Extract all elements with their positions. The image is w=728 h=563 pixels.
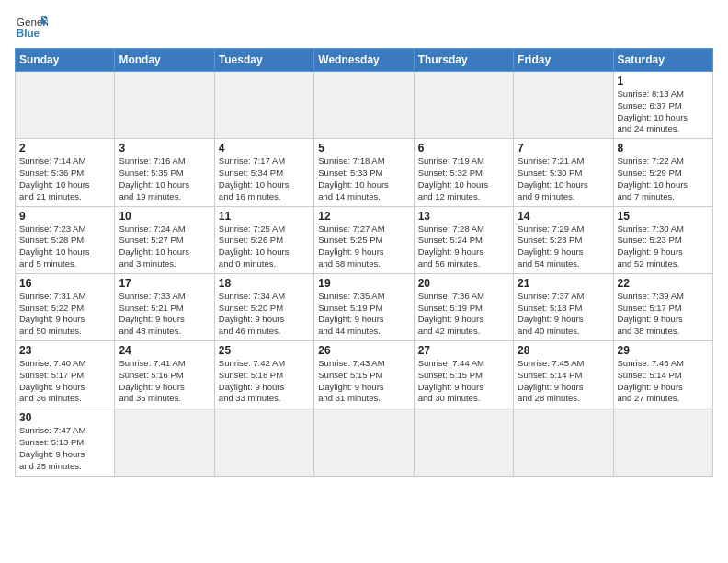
calendar-cell: 25Sunrise: 7:42 AM Sunset: 5:16 PM Dayli… [214, 341, 313, 408]
calendar-cell: 15Sunrise: 7:30 AM Sunset: 5:23 PM Dayli… [613, 206, 712, 273]
day-sun-info: Sunrise: 7:33 AM Sunset: 5:21 PM Dayligh… [119, 291, 210, 338]
day-sun-info: Sunrise: 7:24 AM Sunset: 5:27 PM Dayligh… [119, 224, 210, 270]
day-number: 13 [418, 210, 509, 223]
day-sun-info: Sunrise: 7:14 AM Sunset: 5:36 PM Dayligh… [19, 155, 110, 202]
day-sun-info: Sunrise: 7:25 AM Sunset: 5:26 PM Dayligh… [219, 224, 310, 270]
day-sun-info: Sunrise: 7:42 AM Sunset: 5:16 PM Dayligh… [219, 358, 310, 405]
day-number: 5 [318, 142, 409, 155]
day-number: 4 [219, 142, 310, 155]
day-sun-info: Sunrise: 7:17 AM Sunset: 5:34 PM Dayligh… [219, 155, 310, 202]
day-number: 11 [219, 210, 310, 223]
calendar-cell: 4Sunrise: 7:17 AM Sunset: 5:34 PM Daylig… [214, 139, 313, 206]
day-number: 17 [119, 277, 210, 290]
day-sun-info: Sunrise: 7:36 AM Sunset: 5:19 PM Dayligh… [418, 291, 509, 338]
calendar-cell [414, 408, 513, 476]
calendar-cell: 19Sunrise: 7:35 AM Sunset: 5:19 PM Dayli… [314, 273, 414, 340]
day-sun-info: Sunrise: 7:41 AM Sunset: 5:16 PM Dayligh… [119, 358, 210, 405]
day-number: 23 [19, 344, 110, 357]
logo: General Blue [15, 9, 48, 42]
calendar-cell [115, 408, 214, 476]
day-sun-info: Sunrise: 7:23 AM Sunset: 5:28 PM Dayligh… [19, 224, 110, 270]
day-number: 9 [19, 210, 110, 223]
calendar-cell [314, 72, 414, 139]
calendar-body: 1Sunrise: 8:13 AM Sunset: 6:37 PM Daylig… [16, 72, 713, 477]
day-sun-info: Sunrise: 7:45 AM Sunset: 5:14 PM Dayligh… [518, 358, 609, 405]
day-sun-info: Sunrise: 7:16 AM Sunset: 5:35 PM Dayligh… [119, 155, 210, 202]
weekday-header-saturday: Saturday [613, 49, 712, 72]
day-sun-info: Sunrise: 7:19 AM Sunset: 5:32 PM Dayligh… [418, 155, 509, 202]
calendar-week-row: 1Sunrise: 8:13 AM Sunset: 6:37 PM Daylig… [16, 72, 713, 139]
calendar-week-row: 23Sunrise: 7:40 AM Sunset: 5:17 PM Dayli… [16, 341, 713, 408]
calendar-header-row: SundayMondayTuesdayWednesdayThursdayFrid… [16, 49, 713, 72]
day-number: 27 [418, 344, 509, 357]
calendar-cell: 14Sunrise: 7:29 AM Sunset: 5:23 PM Dayli… [514, 206, 613, 273]
generalblue-logo-icon: General Blue [15, 9, 48, 42]
day-sun-info: Sunrise: 7:35 AM Sunset: 5:19 PM Dayligh… [318, 291, 409, 338]
calendar-cell: 7Sunrise: 7:21 AM Sunset: 5:30 PM Daylig… [514, 139, 613, 206]
day-number: 20 [418, 277, 509, 290]
calendar-cell: 9Sunrise: 7:23 AM Sunset: 5:28 PM Daylig… [16, 206, 115, 273]
day-sun-info: Sunrise: 7:21 AM Sunset: 5:30 PM Dayligh… [518, 155, 609, 202]
day-number: 18 [219, 277, 310, 290]
calendar-cell: 16Sunrise: 7:31 AM Sunset: 5:22 PM Dayli… [16, 273, 115, 340]
calendar-week-row: 30Sunrise: 7:47 AM Sunset: 5:13 PM Dayli… [16, 408, 713, 476]
day-number: 29 [618, 344, 709, 357]
weekday-row: SundayMondayTuesdayWednesdayThursdayFrid… [16, 49, 713, 72]
day-sun-info: Sunrise: 7:28 AM Sunset: 5:24 PM Dayligh… [418, 224, 509, 270]
calendar-cell: 10Sunrise: 7:24 AM Sunset: 5:27 PM Dayli… [115, 206, 214, 273]
day-sun-info: Sunrise: 7:30 AM Sunset: 5:23 PM Dayligh… [618, 224, 709, 270]
day-sun-info: Sunrise: 8:13 AM Sunset: 6:37 PM Dayligh… [618, 88, 709, 135]
weekday-header-tuesday: Tuesday [214, 49, 313, 72]
weekday-header-monday: Monday [115, 49, 214, 72]
day-sun-info: Sunrise: 7:18 AM Sunset: 5:33 PM Dayligh… [318, 155, 409, 202]
day-number: 6 [418, 142, 509, 155]
day-number: 10 [119, 210, 210, 223]
calendar-cell [514, 408, 613, 476]
day-number: 1 [618, 75, 709, 87]
day-number: 30 [19, 411, 110, 424]
weekday-header-wednesday: Wednesday [314, 49, 414, 72]
day-number: 21 [518, 277, 609, 290]
day-sun-info: Sunrise: 7:37 AM Sunset: 5:18 PM Dayligh… [518, 291, 609, 338]
calendar-cell: 5Sunrise: 7:18 AM Sunset: 5:33 PM Daylig… [314, 139, 414, 206]
day-number: 7 [518, 142, 609, 155]
day-sun-info: Sunrise: 7:27 AM Sunset: 5:25 PM Dayligh… [318, 224, 409, 270]
calendar-cell: 8Sunrise: 7:22 AM Sunset: 5:29 PM Daylig… [613, 139, 712, 206]
calendar-cell: 17Sunrise: 7:33 AM Sunset: 5:21 PM Dayli… [115, 273, 214, 340]
calendar-cell [514, 72, 613, 139]
day-sun-info: Sunrise: 7:40 AM Sunset: 5:17 PM Dayligh… [19, 358, 110, 405]
day-number: 3 [119, 142, 210, 155]
calendar-cell: 23Sunrise: 7:40 AM Sunset: 5:17 PM Dayli… [16, 341, 115, 408]
day-number: 2 [19, 142, 110, 155]
calendar-cell: 13Sunrise: 7:28 AM Sunset: 5:24 PM Dayli… [414, 206, 513, 273]
calendar-week-row: 16Sunrise: 7:31 AM Sunset: 5:22 PM Dayli… [16, 273, 713, 340]
day-number: 25 [219, 344, 310, 357]
day-number: 16 [19, 277, 110, 290]
day-number: 15 [618, 210, 709, 223]
day-number: 8 [618, 142, 709, 155]
calendar-cell [214, 72, 313, 139]
calendar-page: General Blue SundayMondayTuesdayWednesda… [0, 0, 728, 486]
calendar-cell: 18Sunrise: 7:34 AM Sunset: 5:20 PM Dayli… [214, 273, 313, 340]
day-sun-info: Sunrise: 7:31 AM Sunset: 5:22 PM Dayligh… [19, 291, 110, 338]
day-sun-info: Sunrise: 7:44 AM Sunset: 5:15 PM Dayligh… [418, 358, 509, 405]
calendar-week-row: 2Sunrise: 7:14 AM Sunset: 5:36 PM Daylig… [16, 139, 713, 206]
day-sun-info: Sunrise: 7:46 AM Sunset: 5:14 PM Dayligh… [618, 358, 709, 405]
calendar-cell: 3Sunrise: 7:16 AM Sunset: 5:35 PM Daylig… [115, 139, 214, 206]
day-number: 14 [518, 210, 609, 223]
calendar-cell: 21Sunrise: 7:37 AM Sunset: 5:18 PM Dayli… [514, 273, 613, 340]
day-number: 12 [318, 210, 409, 223]
calendar-cell: 2Sunrise: 7:14 AM Sunset: 5:36 PM Daylig… [16, 139, 115, 206]
svg-text:Blue: Blue [17, 27, 40, 39]
calendar-week-row: 9Sunrise: 7:23 AM Sunset: 5:28 PM Daylig… [16, 206, 713, 273]
calendar-cell: 29Sunrise: 7:46 AM Sunset: 5:14 PM Dayli… [613, 341, 712, 408]
calendar-table: SundayMondayTuesdayWednesdayThursdayFrid… [15, 48, 713, 477]
day-sun-info: Sunrise: 7:39 AM Sunset: 5:17 PM Dayligh… [618, 291, 709, 338]
calendar-cell [16, 72, 115, 139]
calendar-cell: 28Sunrise: 7:45 AM Sunset: 5:14 PM Dayli… [514, 341, 613, 408]
weekday-header-thursday: Thursday [414, 49, 513, 72]
calendar-cell: 30Sunrise: 7:47 AM Sunset: 5:13 PM Dayli… [16, 408, 115, 476]
calendar-cell [214, 408, 313, 476]
day-sun-info: Sunrise: 7:47 AM Sunset: 5:13 PM Dayligh… [19, 425, 110, 472]
calendar-cell [314, 408, 414, 476]
